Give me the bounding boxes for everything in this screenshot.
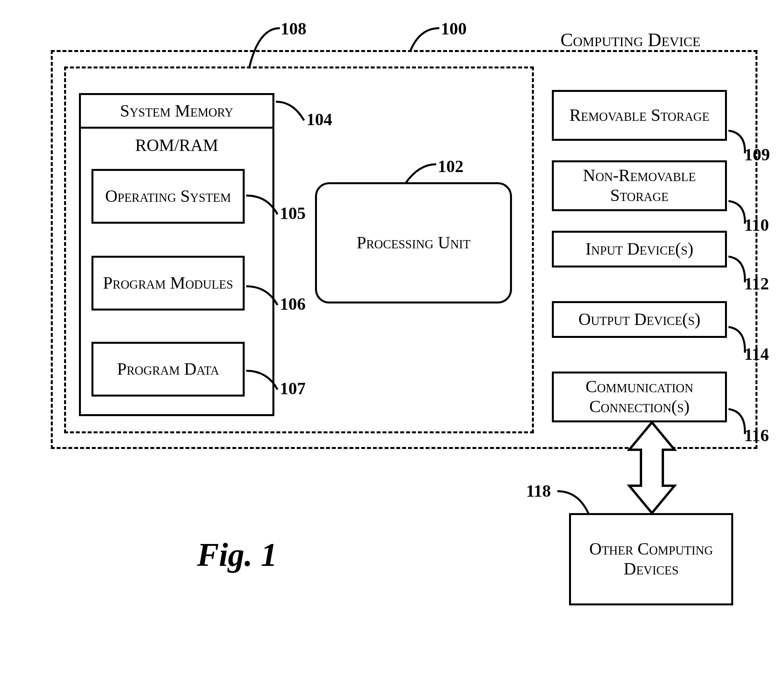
operating-system-box: Operating System bbox=[91, 169, 245, 224]
ref-108: 108 bbox=[281, 19, 306, 39]
removable-storage-label: Removable Storage bbox=[569, 106, 709, 126]
non-removable-storage-label: Non-Removable Storage bbox=[554, 166, 725, 205]
processing-unit-label: Processing Unit bbox=[356, 233, 470, 253]
leader-109 bbox=[726, 128, 750, 156]
ref-107: 107 bbox=[280, 379, 306, 399]
removable-storage-box: Removable Storage bbox=[552, 90, 727, 141]
leader-118 bbox=[555, 489, 591, 516]
leader-108 bbox=[247, 26, 280, 70]
double-arrow-icon bbox=[625, 422, 679, 513]
operating-system-label: Operating System bbox=[105, 187, 231, 206]
program-modules-box: Program Modules bbox=[91, 256, 245, 311]
ref-118: 118 bbox=[526, 481, 551, 501]
leader-102 bbox=[403, 162, 436, 185]
communication-connections-box: Communication Connection(s) bbox=[552, 372, 727, 422]
svg-marker-0 bbox=[629, 422, 675, 513]
leader-104 bbox=[274, 99, 306, 123]
leader-112 bbox=[726, 254, 750, 285]
computing-device-title: Computing Device bbox=[560, 29, 700, 50]
program-modules-label: Program Modules bbox=[103, 273, 233, 293]
other-computing-devices-box: Other Computing Devices bbox=[569, 513, 733, 605]
leader-105 bbox=[244, 193, 280, 217]
leader-114 bbox=[726, 325, 750, 355]
output-devices-box: Output Device(s) bbox=[552, 301, 727, 338]
leader-110 bbox=[726, 199, 750, 226]
ref-100: 100 bbox=[441, 19, 467, 39]
rom-ram-label: ROM/RAM bbox=[135, 129, 218, 160]
leader-107 bbox=[244, 368, 280, 392]
system-memory-label: System Memory bbox=[120, 95, 233, 127]
ref-105: 105 bbox=[280, 203, 306, 223]
non-removable-storage-box: Non-Removable Storage bbox=[552, 160, 727, 211]
leader-100 bbox=[408, 26, 439, 53]
input-devices-box: Input Device(s) bbox=[552, 231, 727, 267]
program-data-box: Program Data bbox=[91, 342, 245, 397]
program-data-label: Program Data bbox=[117, 359, 219, 379]
input-devices-label: Input Device(s) bbox=[585, 239, 693, 259]
output-devices-label: Output Device(s) bbox=[578, 310, 700, 330]
leader-106 bbox=[244, 284, 280, 307]
ref-106: 106 bbox=[280, 294, 306, 314]
ref-102: 102 bbox=[438, 156, 464, 176]
ref-104: 104 bbox=[306, 110, 332, 129]
leader-116 bbox=[726, 407, 750, 436]
processing-unit-box: Processing Unit bbox=[315, 182, 512, 303]
other-computing-devices-label: Other Computing Devices bbox=[571, 539, 731, 579]
communication-connections-label: Communication Connection(s) bbox=[554, 377, 725, 416]
figure-label: Fig. 1 bbox=[197, 536, 277, 574]
